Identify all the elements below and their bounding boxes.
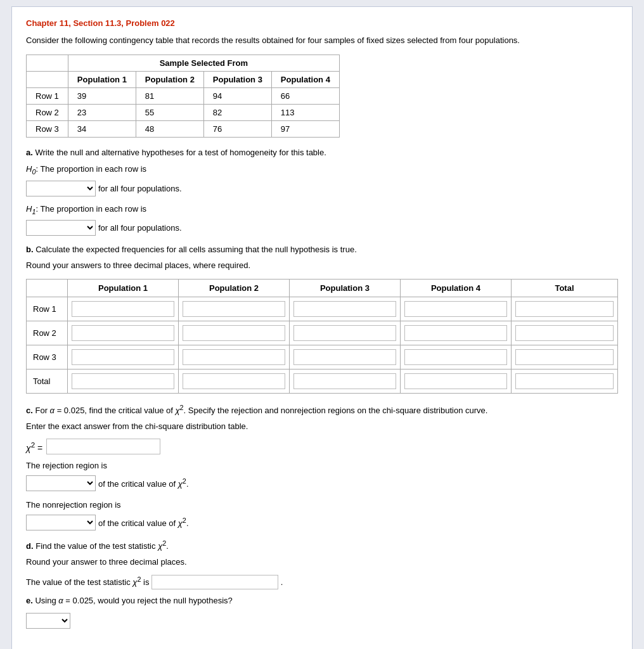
chapter-title: Chapter 11, Section 11.3, Problem 022 (26, 18, 618, 28)
chi-critical-value-input[interactable] (46, 439, 160, 454)
rejection-dropdown-row: to the right to the left both sides of t… (26, 475, 189, 491)
ct-row1-pop1: 39 (68, 87, 136, 104)
et-row3-total-input[interactable] (515, 349, 614, 365)
rejection-dropdown[interactable]: to the right to the left both sides (26, 475, 96, 491)
intro-text: Consider the following contingency table… (26, 34, 618, 47)
et-row2-pop2-input[interactable] (183, 325, 285, 341)
ct-row2: Row 2 23 55 82 113 (27, 104, 340, 120)
ct-row1-label: Row 1 (27, 87, 68, 104)
ct-row3-pop1: 34 (68, 120, 136, 137)
et-total-pop3-input[interactable] (293, 373, 396, 389)
ct-row1-pop3: 94 (203, 87, 271, 104)
et-row2-pop3-input[interactable] (293, 325, 396, 341)
ct-row3-label: Row 3 (27, 120, 68, 137)
ct-row2-pop2: 55 (136, 104, 203, 120)
ct-row1-pop4: 66 (271, 87, 339, 104)
part-e-dropdown[interactable]: Yes No (26, 613, 70, 629)
part-a-label: a. (26, 148, 33, 157)
et-col-pop3: Population 3 (289, 280, 400, 297)
ct-row3-pop2: 48 (136, 120, 203, 137)
part-d-stat-prefix: The value of the test statistic χ2 is (26, 577, 151, 587)
et-row3-pop1-input[interactable] (72, 349, 174, 365)
et-total-pop2-input[interactable] (183, 373, 285, 389)
h1-text: H1: The proportion in each row is (26, 204, 618, 215)
ct-row2-pop4: 113 (271, 104, 339, 120)
part-b-round-text: Round your answers to three decimal plac… (26, 259, 618, 273)
part-b-text: Calculate the expected frequencies for a… (35, 245, 357, 254)
ct-col-pop4: Population 4 (271, 71, 339, 87)
et-total-pop4-input[interactable] (404, 373, 507, 389)
h0-dropdown[interactable]: the same different not equal (26, 181, 96, 196)
part-d-text: Find the value of the test statistic χ2. (35, 541, 169, 551)
part-d-label: d. (26, 541, 34, 551)
et-row3: Row 3 (27, 345, 618, 369)
h1-dropdown[interactable]: not the same the same equal (26, 220, 96, 236)
et-row3-pop3-input[interactable] (293, 349, 396, 365)
test-statistic-input[interactable] (151, 575, 278, 589)
rejection-after-text: of the critical value of χ2. (98, 477, 189, 489)
part-c-text2: Enter the exact answer from the chi-squa… (26, 420, 618, 434)
et-row2-pop1-input[interactable] (72, 325, 174, 341)
part-d-round-text: Round your answer to three decimal place… (26, 556, 618, 569)
et-total-label: Total (27, 369, 68, 394)
ct-col-pop1: Population 1 (68, 71, 136, 87)
h0-label: H0 (26, 164, 35, 174)
expected-table: Population 1 Population 2 Population 3 P… (26, 279, 618, 394)
et-row1-pop1-input[interactable] (72, 301, 174, 317)
et-row1-pop3-input[interactable] (293, 301, 396, 317)
et-row1: Row 1 (27, 297, 618, 321)
part-b-section: b. Calculate the expected frequencies fo… (26, 243, 618, 257)
ct-col-pop3: Population 3 (203, 71, 271, 87)
et-row2: Row 2 (27, 321, 618, 345)
rejection-prefix: The rejection region is (26, 459, 618, 473)
nonrejection-dropdown[interactable]: to the left to the right both sides (26, 515, 96, 530)
et-row2-pop4-input[interactable] (404, 325, 507, 341)
part-a-text: Write the null and alternative hypothese… (35, 148, 326, 157)
et-row-total: Total (27, 369, 618, 394)
part-c-label: c. (26, 406, 33, 415)
ct-row3-pop4: 97 (271, 120, 339, 137)
et-total-total-input[interactable] (515, 373, 614, 389)
chi-input-row: χ2 = (26, 439, 618, 454)
et-row1-pop4-input[interactable] (404, 301, 507, 317)
h0-text: H0: The proportion in each row is (26, 164, 618, 176)
ct-col-pop2: Population 2 (136, 71, 203, 87)
h0-dropdown-row: the same different not equal for all fou… (26, 181, 182, 196)
part-e-label: e. (26, 596, 33, 605)
et-col-pop2: Population 2 (178, 280, 289, 297)
et-row3-pop2-input[interactable] (183, 349, 285, 365)
part-d-stat-row: The value of the test statistic χ2 is . (26, 574, 618, 589)
et-row1-total-input[interactable] (515, 301, 614, 317)
ct-row1: Row 1 39 81 94 66 (27, 87, 340, 104)
nonrejection-after-text: of the critical value of χ2. (98, 517, 189, 528)
ct-row3-pop3: 76 (203, 120, 271, 137)
part-e-text: Using α = 0.025, would you reject the nu… (35, 596, 232, 605)
et-row3-pop4-input[interactable] (404, 349, 507, 365)
et-row1-label: Row 1 (27, 297, 68, 321)
part-b-label: b. (26, 245, 34, 254)
chi-label: χ2 = (26, 440, 42, 453)
page-container: Chapter 11, Section 11.3, Problem 022 Co… (11, 6, 633, 649)
nonrejection-dropdown-row: to the left to the right both sides of t… (26, 515, 189, 530)
h0-after-text: for all four populations. (98, 184, 182, 193)
et-row2-label: Row 2 (27, 321, 68, 345)
contingency-table: Sample Selected From Population 1 Popula… (26, 55, 340, 138)
h1-label: H1 (26, 204, 35, 214)
et-row3-label: Row 3 (27, 345, 68, 369)
ct-row2-pop1: 23 (68, 104, 136, 120)
part-c-text1: For α = 0.025, find the critical value o… (35, 406, 487, 415)
part-d-section: d. Find the value of the test statistic … (26, 538, 618, 553)
et-row1-pop2-input[interactable] (183, 301, 285, 317)
part-e-section: e. Using α = 0.025, would you reject the… (26, 594, 618, 608)
part-e-dropdown-row: Yes No (26, 613, 70, 629)
et-row2-total-input[interactable] (515, 325, 614, 341)
h1-after-text: for all four populations. (98, 223, 182, 233)
ct-row2-label: Row 2 (27, 104, 68, 120)
h1-dropdown-row: not the same the same equal for all four… (26, 220, 182, 236)
et-total-pop1-input[interactable] (72, 373, 174, 389)
et-col-pop1: Population 1 (68, 280, 179, 297)
ct-row3: Row 3 34 48 76 97 (27, 120, 340, 137)
part-c-section: c. For α = 0.025, find the critical valu… (26, 402, 618, 418)
sample-selected-from-header: Sample Selected From (68, 55, 339, 71)
part-d-stat-suffix: . (281, 577, 283, 587)
